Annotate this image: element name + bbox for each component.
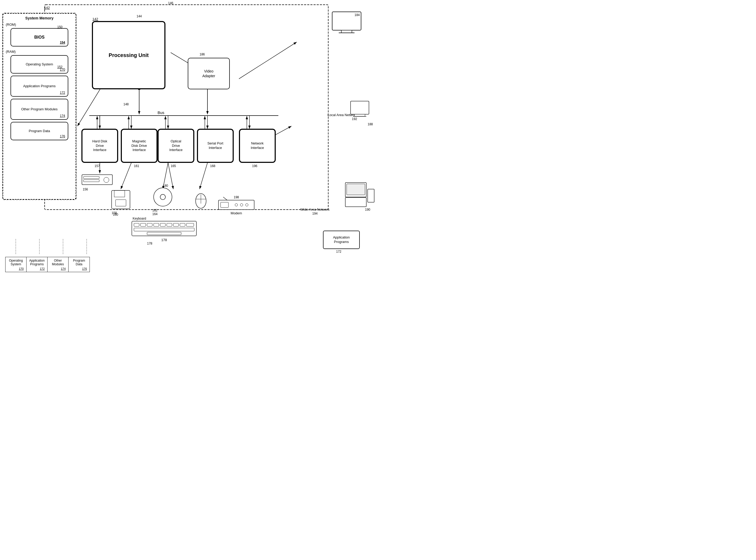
svg-point-45	[160, 194, 165, 200]
other-modules-ref: 174	[60, 114, 65, 118]
cd-icon	[152, 186, 173, 207]
cd-area: 162 164	[152, 186, 173, 207]
modem-icon	[218, 200, 255, 210]
bottom-cell-data: ProgramData 176	[68, 257, 89, 272]
ram-label: (RAM)	[6, 49, 16, 54]
computer-190-icon	[344, 181, 375, 210]
ref184: 184	[354, 13, 360, 17]
ref188: 188	[368, 122, 373, 126]
ref164: 164	[152, 212, 158, 216]
hdd-interface-box: Hard Disk Drive Interface	[81, 129, 118, 163]
bios-ref: 154	[60, 41, 65, 45]
ref194: 194	[312, 212, 318, 215]
system-memory-box: System Memory (ROM) BIOS 154 (RAM) Opera…	[3, 13, 76, 200]
ref161: 161	[134, 164, 139, 168]
floppy-area: 158	[110, 189, 131, 210]
bios-box: BIOS 154	[11, 28, 68, 46]
video-adapter-box: Video Adapter	[188, 58, 230, 89]
svg-point-40	[104, 177, 109, 183]
app-programs-ref: 172	[60, 91, 65, 95]
svg-line-27	[200, 163, 207, 189]
svg-rect-70	[345, 198, 366, 207]
ref198: 198	[234, 195, 239, 199]
network-interface-box: Network Interface	[239, 129, 276, 163]
wan-label: Wide Area Network	[301, 207, 330, 212]
svg-rect-66	[351, 101, 369, 114]
app-programs-bottom-right-box: Application Programs	[323, 231, 360, 249]
computer-190: 190	[344, 181, 375, 213]
bus-label: Bus	[158, 110, 164, 115]
ref-142-label: 142	[44, 6, 50, 10]
monitor-area: 184	[331, 11, 362, 40]
wan-area: Wide Area Network 194	[301, 207, 330, 215]
ref165: 165	[171, 164, 176, 168]
ref144: 144	[137, 15, 142, 18]
app-programs-bottom-right: Application Programs 172	[323, 231, 365, 254]
bottom-os-ref: 170	[8, 267, 24, 270]
svg-line-11	[239, 42, 297, 79]
modem-label: Modem	[218, 211, 255, 215]
modem-area: Modem 198	[218, 200, 255, 213]
rom-label: (ROM)	[6, 23, 16, 27]
ref156: 156	[83, 187, 88, 191]
bottom-app-ref: 172	[29, 267, 45, 270]
floppy-icon	[110, 189, 131, 210]
ram-ref: 152	[57, 65, 62, 69]
bottom-os-label: OperatingSystem	[8, 259, 24, 266]
bottom-other-ref: 174	[50, 267, 66, 270]
ref172b: 172	[336, 250, 341, 254]
bottom-cell-other: OtherModules 174	[47, 257, 68, 272]
optical-drive-interface-box: Optical Drive Interface	[158, 129, 194, 163]
bottom-other-label: OtherModules	[50, 259, 66, 266]
bottom-data-label: ProgramData	[71, 259, 87, 266]
processing-ref: 142	[93, 17, 98, 21]
ref180: 180	[163, 184, 168, 187]
svg-rect-67	[354, 114, 365, 116]
svg-line-24	[121, 163, 131, 189]
program-data-box: Program Data 176	[11, 122, 68, 140]
keyboard-ref-label: Keyboard	[132, 217, 146, 220]
ref168: 168	[210, 164, 215, 168]
hdd-icon	[81, 173, 113, 186]
mouse-icon	[193, 189, 209, 210]
ref160: 160	[113, 213, 118, 216]
keyboard-label: 178	[131, 238, 197, 242]
app-programs-box: Application Programs 172	[11, 76, 68, 97]
bottom-data-ref: 176	[71, 267, 87, 270]
ref186: 186	[200, 53, 205, 56]
bottom-cell-app: ApplicationPrograms 172	[26, 257, 47, 272]
ref162: 162	[152, 208, 158, 212]
os-box: Operating System 170	[11, 55, 68, 74]
ref157: 157	[95, 164, 100, 168]
keyboard-icon	[131, 221, 197, 236]
hdd-image: 156	[81, 173, 113, 186]
ref-146: 146	[168, 1, 173, 5]
computer-188-icon	[349, 100, 375, 123]
rom-ref: 150	[57, 25, 62, 29]
bottom-app-label: ApplicationPrograms	[29, 259, 45, 266]
serial-port-interface-box: Serial Port Interface	[197, 129, 234, 163]
computer-188: 188	[349, 100, 375, 126]
program-data-ref: 176	[60, 135, 65, 139]
processing-unit-box: Processing Unit	[92, 21, 165, 89]
svg-rect-71	[347, 184, 365, 195]
ref196: 196	[252, 164, 257, 168]
bottom-bar: OperatingSystem 170 ApplicationPrograms …	[5, 257, 90, 272]
ref178-label: 178	[147, 242, 152, 245]
magnetic-disk-interface-box: Magnetic Disk Drive Interface	[121, 129, 158, 163]
svg-rect-72	[368, 189, 374, 202]
svg-rect-61	[219, 200, 254, 209]
svg-rect-35	[341, 30, 352, 33]
keyboard-area: 178	[131, 221, 197, 242]
system-memory-label: System Memory	[25, 16, 53, 20]
ref148: 148	[123, 102, 129, 106]
other-modules-box: Other Program Modules 174	[11, 99, 68, 120]
ref190: 190	[365, 208, 370, 212]
mouse-area	[193, 189, 209, 210]
bottom-cell-os: OperatingSystem 170	[5, 257, 26, 272]
